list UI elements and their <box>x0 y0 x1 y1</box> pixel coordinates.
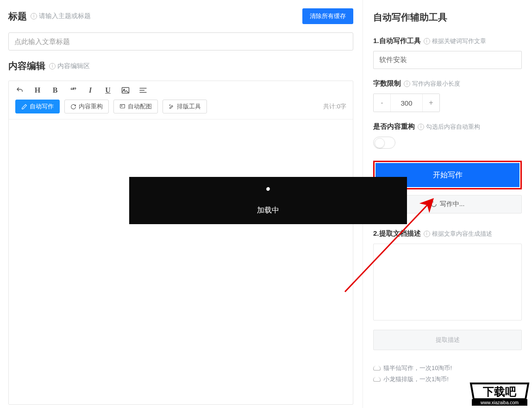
content-hint: i内容编辑区 <box>49 62 90 70</box>
footer-note-1: 猫半仙写作，一次10淘币! <box>373 364 522 372</box>
title-heading: 标题 <box>8 10 27 23</box>
cloud-icon <box>373 366 381 370</box>
svg-point-6 <box>121 106 122 107</box>
content-rebuild-button[interactable]: 内容重构 <box>64 100 109 113</box>
word-limit-label: 字数限制 i写作内容最小长度 <box>373 79 522 88</box>
rebuild-toggle[interactable] <box>373 137 395 149</box>
loading-overlay: 加载中 <box>129 177 407 224</box>
format-toolbar: H B “” I U <box>9 81 353 100</box>
content-header-row: 内容编辑 i内容编辑区 <box>8 60 353 72</box>
stepper-plus-button[interactable]: + <box>423 94 439 112</box>
word-limit-stepper: - + <box>373 94 440 112</box>
info-icon: i <box>424 38 430 44</box>
info-icon: i <box>31 13 37 19</box>
auto-image-button[interactable]: 自动配图 <box>113 100 158 113</box>
description-textarea[interactable] <box>373 244 522 320</box>
info-icon: i <box>418 124 424 130</box>
clear-cache-button[interactable]: 清除所有缓存 <box>302 8 353 24</box>
auto-write-section-label: 1.自动写作工具 i根据关键词写作文章 <box>373 37 522 45</box>
underline-icon[interactable]: U <box>103 86 113 95</box>
action-toolbar: 自动写作 内容重构 自动配图 排版工具 共计:0字 <box>9 100 353 119</box>
loading-text: 加载中 <box>257 206 279 215</box>
info-icon: i <box>424 231 430 237</box>
cloud-icon <box>373 377 381 382</box>
rebuild-toggle-label: 是否内容重构 i勾选后内容自动重构 <box>373 122 522 131</box>
layout-tool-button[interactable]: 排版工具 <box>163 100 207 113</box>
heading-icon[interactable]: H <box>33 86 42 95</box>
stepper-minus-button[interactable]: - <box>374 94 390 112</box>
keyword-input[interactable] <box>373 51 522 69</box>
content-heading: 内容编辑 <box>8 60 45 72</box>
word-count: 共计:0字 <box>323 102 346 111</box>
bold-icon[interactable]: B <box>50 86 60 95</box>
word-limit-input[interactable] <box>390 94 423 112</box>
title-header-row: 标题 i请输入主题或标题 清除所有缓存 <box>8 8 353 24</box>
svg-text:www.xiazaiba.com: www.xiazaiba.com <box>480 400 519 405</box>
svg-rect-5 <box>120 104 125 108</box>
title-hint: i请输入主题或标题 <box>31 12 91 20</box>
watermark-logo: 下载吧 www.xiazaiba.com <box>467 381 532 408</box>
spinner-icon <box>261 186 275 201</box>
extract-description-button[interactable]: 提取描述 <box>373 330 522 350</box>
svg-text:下载吧: 下载吧 <box>482 385 517 398</box>
svg-point-7 <box>431 202 436 207</box>
align-icon[interactable] <box>138 86 148 95</box>
undo-icon[interactable] <box>15 86 25 95</box>
loading-spinner-icon <box>431 201 437 207</box>
article-title-input[interactable] <box>8 32 353 50</box>
editor-container: H B “” I U 自动写作 内容重构 自动配图 排版工具 共计:0字 <box>8 81 353 405</box>
quote-icon[interactable]: “” <box>68 86 77 95</box>
info-icon: i <box>49 63 56 69</box>
sidebar-title: 自动写作辅助工具 <box>373 11 522 24</box>
auto-write-button[interactable]: 自动写作 <box>15 100 60 113</box>
italic-icon[interactable]: I <box>86 86 95 95</box>
info-icon: i <box>404 81 410 87</box>
extract-section-label: 2.提取文档描述 i根据文章内容生成描述 <box>373 229 522 238</box>
image-icon[interactable] <box>121 86 130 95</box>
